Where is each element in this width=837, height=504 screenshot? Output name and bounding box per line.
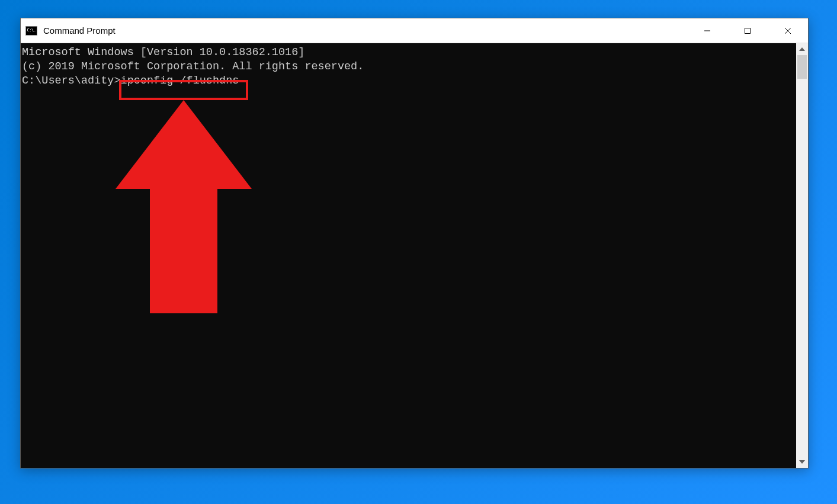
terminal-command: ipconfig /flushdns xyxy=(121,75,239,87)
terminal-output[interactable]: Microsoft Windows [Version 10.0.18362.10… xyxy=(21,43,796,468)
chevron-up-icon xyxy=(799,47,805,51)
svg-marker-6 xyxy=(799,460,805,464)
svg-marker-5 xyxy=(799,47,805,51)
svg-marker-4 xyxy=(116,100,252,313)
close-button[interactable] xyxy=(768,18,808,43)
maximize-button[interactable] xyxy=(727,18,768,43)
annotation-arrow-icon xyxy=(110,100,258,337)
titlebar[interactable]: C:\. Command Prompt xyxy=(21,18,808,43)
vertical-scrollbar[interactable] xyxy=(796,43,808,468)
minimize-button[interactable] xyxy=(687,18,727,43)
scroll-up-button[interactable] xyxy=(796,43,808,55)
close-icon xyxy=(784,27,791,34)
scroll-thumb[interactable] xyxy=(797,55,807,79)
minimize-icon xyxy=(704,27,711,34)
terminal-container: Microsoft Windows [Version 10.0.18362.10… xyxy=(21,43,808,468)
terminal-prompt-line: C:\Users\adity>ipconfig /flushdns xyxy=(22,74,795,88)
window-controls xyxy=(687,18,808,43)
maximize-icon xyxy=(744,27,751,34)
svg-rect-1 xyxy=(745,28,751,33)
terminal-line-version: Microsoft Windows [Version 10.0.18362.10… xyxy=(22,46,795,60)
terminal-prompt: C:\Users\adity> xyxy=(22,75,121,87)
chevron-down-icon xyxy=(799,460,805,464)
cmd-icon: C:\. xyxy=(25,26,37,36)
terminal-line-copyright: (c) 2019 Microsoft Corporation. All righ… xyxy=(22,60,795,74)
scroll-down-button[interactable] xyxy=(796,456,808,468)
command-prompt-window: C:\. Command Prompt Microsoft Windows [V… xyxy=(20,18,809,468)
window-title: Command Prompt xyxy=(43,25,116,36)
